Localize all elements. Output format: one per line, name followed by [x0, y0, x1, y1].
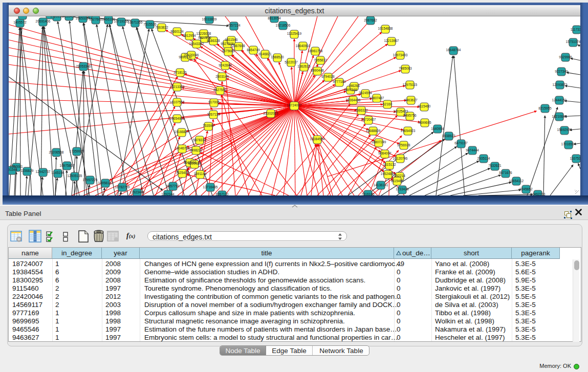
svg-text:5878334: 5878334 — [193, 138, 206, 142]
svg-text:2803144: 2803144 — [215, 75, 229, 78]
svg-text:2718126: 2718126 — [173, 71, 187, 74]
svg-text:62160: 62160 — [383, 102, 392, 106]
svg-text:2215424: 2215424 — [16, 16, 29, 17]
svg-text:10973493: 10973493 — [393, 53, 408, 57]
svg-text:19654923: 19654923 — [401, 129, 416, 133]
svg-text:1145194: 1145194 — [52, 171, 64, 174]
svg-text:9115460: 9115460 — [418, 104, 431, 108]
svg-text:7357224: 7357224 — [227, 24, 241, 27]
svg-text:18724007: 18724007 — [287, 103, 302, 107]
svg-text:9699695: 9699695 — [418, 121, 431, 124]
svg-text:8660124: 8660124 — [170, 30, 184, 33]
svg-text:9777169: 9777169 — [333, 80, 346, 83]
svg-text:12923446: 12923446 — [130, 190, 145, 194]
svg-text:16961758: 16961758 — [308, 49, 323, 53]
svg-text:17957225: 17957225 — [83, 178, 98, 182]
svg-text:18640910: 18640910 — [296, 44, 311, 48]
svg-text:10958137: 10958137 — [98, 181, 113, 185]
svg-text:12213967: 12213967 — [384, 39, 399, 42]
svg-text:15692971: 15692971 — [557, 128, 572, 132]
svg-text:12975115: 12975115 — [403, 83, 418, 86]
svg-text:3267110: 3267110 — [207, 113, 220, 116]
svg-text:2935114: 2935114 — [477, 157, 490, 160]
svg-text:9463627: 9463627 — [404, 98, 418, 102]
svg-text:16782759: 16782759 — [115, 185, 130, 189]
svg-text:9657791: 9657791 — [166, 184, 180, 188]
svg-text:10688609: 10688609 — [366, 129, 381, 133]
svg-text:7955812: 7955812 — [314, 58, 327, 62]
svg-text:19166827: 19166827 — [175, 130, 189, 134]
svg-text:10719155: 10719155 — [114, 19, 129, 23]
svg-text:13716485: 13716485 — [203, 185, 218, 189]
svg-text:1811546: 1811546 — [225, 38, 238, 41]
svg-text:6466160: 6466160 — [102, 17, 115, 21]
svg-text:9498222: 9498222 — [189, 148, 203, 152]
svg-text:8427552: 8427552 — [213, 88, 227, 92]
svg-text:3675685: 3675685 — [222, 49, 235, 53]
svg-text:19384554: 19384554 — [310, 137, 325, 141]
svg-text:18807249: 18807249 — [372, 140, 386, 144]
svg-text:2367608: 2367608 — [232, 44, 245, 48]
svg-text:7625402: 7625402 — [176, 171, 189, 174]
svg-text:9756928: 9756928 — [397, 143, 410, 147]
svg-text:8990448: 8990448 — [311, 69, 324, 72]
svg-text:1615132: 1615132 — [383, 163, 396, 166]
svg-text:9242848: 9242848 — [219, 63, 232, 67]
svg-text:17016504: 17016504 — [561, 142, 576, 146]
svg-text:1362615: 1362615 — [297, 64, 311, 68]
svg-text:8186328: 8186328 — [207, 39, 220, 42]
svg-text:15751074: 15751074 — [566, 40, 580, 43]
svg-text:10025433: 10025433 — [394, 110, 408, 113]
svg-text:6794028: 6794028 — [321, 75, 335, 78]
svg-text:1588520: 1588520 — [271, 55, 284, 59]
svg-text:2087682: 2087682 — [364, 18, 377, 22]
svg-text:8912954: 8912954 — [183, 34, 196, 37]
svg-text:16120746: 16120746 — [393, 157, 408, 160]
svg-text:13226058: 13226058 — [197, 32, 211, 35]
svg-text:19218506: 19218506 — [276, 24, 291, 27]
svg-text:11325419: 11325419 — [287, 32, 302, 35]
svg-text:16107553: 16107553 — [170, 100, 185, 104]
svg-text:9115460: 9115460 — [391, 179, 404, 183]
svg-text:9329966: 9329966 — [559, 55, 572, 59]
svg-text:28053346: 28053346 — [76, 64, 91, 68]
svg-text:5495756: 5495756 — [403, 114, 417, 117]
svg-text:23302023: 23302023 — [264, 112, 278, 115]
svg-text:12942737: 12942737 — [36, 170, 51, 173]
svg-text:8454749: 8454749 — [247, 48, 260, 52]
svg-text:1405572: 1405572 — [13, 20, 27, 24]
svg-text:10975867: 10975867 — [60, 164, 75, 167]
svg-text:746266: 746266 — [349, 84, 360, 87]
svg-text:1117333: 1117333 — [571, 28, 580, 31]
svg-text:22420046: 22420046 — [184, 53, 199, 57]
svg-text:15720407: 15720407 — [361, 118, 376, 121]
svg-text:1156829: 1156829 — [21, 169, 34, 172]
svg-text:20206558: 20206558 — [49, 150, 64, 154]
svg-text:1640954: 1640954 — [431, 127, 444, 130]
svg-text:8215955: 8215955 — [538, 106, 552, 110]
svg-text:16210643: 16210643 — [552, 115, 567, 118]
svg-text:3166434: 3166434 — [62, 16, 76, 18]
svg-text:12093872: 12093872 — [553, 83, 568, 86]
svg-text:9474444: 9474444 — [466, 148, 479, 152]
svg-text:14136141: 14136141 — [374, 183, 388, 187]
svg-text:9227349: 9227349 — [555, 70, 568, 73]
svg-text:9146821: 9146821 — [258, 52, 272, 56]
svg-text:12444151: 12444151 — [552, 98, 567, 102]
svg-text:20691406: 20691406 — [36, 19, 51, 23]
svg-text:19654983: 19654983 — [170, 117, 185, 120]
svg-text:1167533: 1167533 — [570, 157, 580, 160]
svg-text:8471676: 8471676 — [499, 171, 512, 174]
svg-text:19524851: 19524851 — [381, 172, 396, 176]
svg-text:12213369: 12213369 — [170, 85, 185, 89]
svg-text:7515526: 7515526 — [143, 23, 157, 26]
svg-text:391544: 391544 — [9, 168, 17, 171]
svg-text:9245652: 9245652 — [519, 187, 533, 191]
svg-text:8813054: 8813054 — [268, 16, 281, 20]
svg-text:9084007: 9084007 — [378, 151, 391, 155]
svg-text:1733426: 1733426 — [396, 187, 409, 191]
svg-text:10654112: 10654112 — [509, 179, 524, 183]
svg-text:17359928: 17359928 — [70, 149, 84, 153]
svg-text:16648784: 16648784 — [446, 48, 461, 52]
svg-text:10046708: 10046708 — [175, 146, 190, 150]
